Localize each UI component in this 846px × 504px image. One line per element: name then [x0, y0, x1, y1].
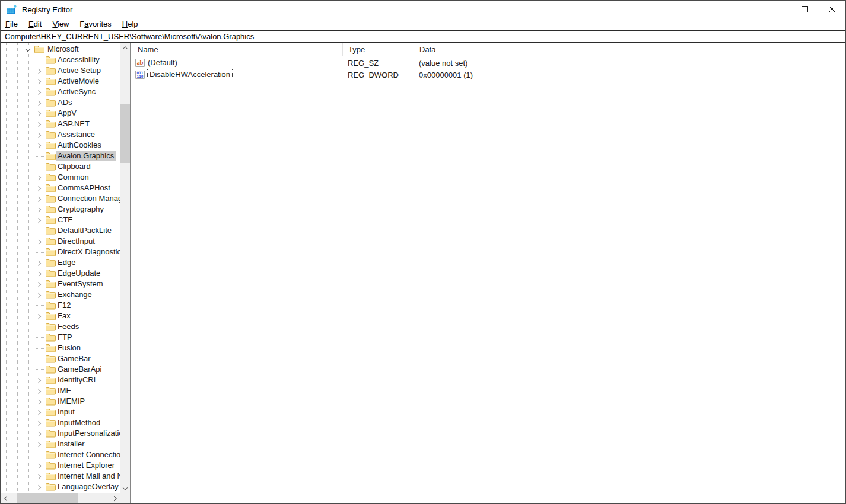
- tree-item-exchange[interactable]: Exchange: [1, 289, 120, 300]
- tree-item-active-setup[interactable]: Active Setup: [1, 65, 120, 76]
- chevron-collapsed-icon[interactable]: [36, 217, 43, 224]
- tree-item-label: Edge: [58, 257, 75, 268]
- tree-item-cryptography[interactable]: Cryptography: [1, 204, 120, 215]
- tree-item-activesync[interactable]: ActiveSync: [1, 87, 120, 97]
- scroll-left-button[interactable]: [1, 493, 11, 503]
- horizontal-scrollbar-thumb[interactable]: [17, 493, 78, 503]
- tree-item-accessibility[interactable]: Accessibility: [1, 55, 120, 65]
- tree-item-authcookies[interactable]: AuthCookies: [1, 140, 120, 151]
- column-header-data[interactable]: Data: [414, 43, 731, 56]
- value-row-default[interactable]: ab(Default)REG_SZ(value not set): [132, 57, 845, 69]
- chevron-collapsed-icon[interactable]: [36, 260, 43, 266]
- address-bar[interactable]: Computer\HKEY_CURRENT_USER\Software\Micr…: [1, 30, 845, 43]
- tree-connector: [36, 369, 44, 370]
- tree-item-internet-connection[interactable]: Internet Connection: [1, 449, 120, 460]
- chevron-collapsed-icon[interactable]: [36, 174, 43, 181]
- menu-file[interactable]: File: [5, 20, 23, 30]
- scroll-down-button[interactable]: [120, 483, 130, 493]
- menu-favorites[interactable]: Favorites: [79, 20, 116, 30]
- tree-item-commsaphost[interactable]: CommsAPHost: [1, 183, 120, 193]
- chevron-collapsed-icon[interactable]: [36, 185, 43, 192]
- tree-item-fax[interactable]: Fax: [1, 311, 120, 321]
- chevron-collapsed-icon[interactable]: [36, 398, 43, 405]
- chevron-collapsed-icon[interactable]: [36, 270, 43, 277]
- tree-item-defaultpacklite[interactable]: DefaultPackLite: [1, 225, 120, 236]
- chevron-collapsed-icon[interactable]: [36, 292, 43, 298]
- tree-item-internet-explorer[interactable]: Internet Explorer: [1, 460, 120, 471]
- chevron-collapsed-icon[interactable]: [36, 281, 43, 288]
- tree-horizontal-scrollbar[interactable]: [1, 493, 120, 503]
- chevron-collapsed-icon[interactable]: [36, 121, 43, 127]
- tree-item-activemovie[interactable]: ActiveMovie: [1, 76, 120, 87]
- tree-item-ftp[interactable]: FTP: [1, 332, 120, 343]
- minimize-button[interactable]: [764, 1, 791, 18]
- chevron-collapsed-icon[interactable]: [36, 132, 43, 138]
- tree-item-identitycrl[interactable]: IdentityCRL: [1, 375, 120, 385]
- chevron-collapsed-icon[interactable]: [36, 100, 43, 106]
- tree-item-ads[interactable]: ADs: [1, 97, 120, 108]
- menu-edit[interactable]: Edit: [28, 20, 47, 30]
- tree-item-avalon-graphics[interactable]: Avalon.Graphics: [1, 151, 120, 161]
- scroll-up-button[interactable]: [120, 43, 130, 53]
- chevron-collapsed-icon[interactable]: [36, 420, 43, 426]
- column-header-name[interactable]: Name: [132, 43, 343, 56]
- tree-item-connection-manage[interactable]: Connection Manage: [1, 193, 120, 204]
- chevron-collapsed-icon[interactable]: [36, 441, 43, 448]
- tree-item-edgeupdate[interactable]: EdgeUpdate: [1, 268, 120, 279]
- tree-vertical-scrollbar[interactable]: [120, 43, 130, 493]
- tree-item-gamebarapi[interactable]: GameBarApi: [1, 364, 120, 375]
- chevron-collapsed-icon[interactable]: [36, 89, 43, 95]
- tree-item-label: InputMethod: [58, 417, 100, 428]
- tree-item-directinput[interactable]: DirectInput: [1, 236, 120, 247]
- chevron-collapsed-icon[interactable]: [36, 388, 43, 394]
- chevron-collapsed-icon[interactable]: [36, 196, 43, 202]
- tree-item-microsoft[interactable]: Microsoft: [1, 44, 120, 55]
- tree-item-ime[interactable]: IME: [1, 385, 120, 396]
- chevron-collapsed-icon[interactable]: [36, 78, 43, 85]
- value-row-disablehwacceleration[interactable]: 011110DisableHWAccelerationREG_DWORD0x00…: [132, 69, 845, 81]
- tree-item-appv[interactable]: AppV: [1, 108, 120, 119]
- tree-item-gamebar[interactable]: GameBar: [1, 353, 120, 364]
- chevron-collapsed-icon[interactable]: [36, 68, 43, 74]
- chevron-collapsed-icon[interactable]: [36, 409, 43, 416]
- tree-item-label: DirectX Diagnostic T: [58, 247, 120, 257]
- tree-item-clipboard[interactable]: Clipboard: [1, 161, 120, 172]
- tree-item-imemip[interactable]: IMEMIP: [1, 396, 120, 407]
- tree-item-languageoverlay[interactable]: LanguageOverlay: [1, 481, 120, 492]
- tree-item-ctf[interactable]: CTF: [1, 215, 120, 225]
- tree-item-edge[interactable]: Edge: [1, 257, 120, 268]
- tree-item-inputpersonalization[interactable]: InputPersonalization: [1, 428, 120, 439]
- chevron-collapsed-icon[interactable]: [36, 142, 43, 149]
- tree-item-label: Accessibility: [58, 55, 100, 65]
- tree-item-assistance[interactable]: Assistance: [1, 129, 120, 140]
- tree-item-label: DirectInput: [58, 236, 95, 247]
- tree-item-f12[interactable]: F12: [1, 300, 120, 311]
- tree-item-eventsystem[interactable]: EventSystem: [1, 279, 120, 289]
- tree-item-input[interactable]: Input: [1, 407, 120, 417]
- tree-item-directx-diagnostic-t[interactable]: DirectX Diagnostic T: [1, 247, 120, 257]
- chevron-collapsed-icon[interactable]: [36, 462, 43, 469]
- tree-item-inputmethod[interactable]: InputMethod: [1, 417, 120, 428]
- tree-item-internet-mail-and-ne[interactable]: Internet Mail and Ne: [1, 471, 120, 481]
- tree-item-asp-net[interactable]: ASP.NET: [1, 119, 120, 129]
- chevron-collapsed-icon[interactable]: [36, 206, 43, 213]
- column-header-type[interactable]: Type: [343, 43, 414, 56]
- vertical-scrollbar-thumb[interactable]: [120, 104, 130, 163]
- scroll-right-button[interactable]: [110, 493, 120, 503]
- chevron-collapsed-icon[interactable]: [36, 377, 43, 384]
- chevron-collapsed-icon[interactable]: [36, 313, 43, 320]
- chevron-expanded-icon[interactable]: [24, 46, 31, 53]
- tree-item-installer[interactable]: Installer: [1, 439, 120, 449]
- chevron-collapsed-icon[interactable]: [36, 484, 43, 490]
- close-button[interactable]: [818, 1, 845, 18]
- maximize-button[interactable]: [791, 1, 818, 18]
- tree-item-feeds[interactable]: Feeds: [1, 321, 120, 332]
- chevron-collapsed-icon[interactable]: [36, 238, 43, 245]
- tree-item-fusion[interactable]: Fusion: [1, 343, 120, 353]
- chevron-collapsed-icon[interactable]: [36, 110, 43, 117]
- tree-item-common[interactable]: Common: [1, 172, 120, 183]
- chevron-collapsed-icon[interactable]: [36, 430, 43, 437]
- menu-view[interactable]: View: [52, 20, 74, 30]
- chevron-collapsed-icon[interactable]: [36, 473, 43, 480]
- menu-help[interactable]: Help: [122, 20, 144, 30]
